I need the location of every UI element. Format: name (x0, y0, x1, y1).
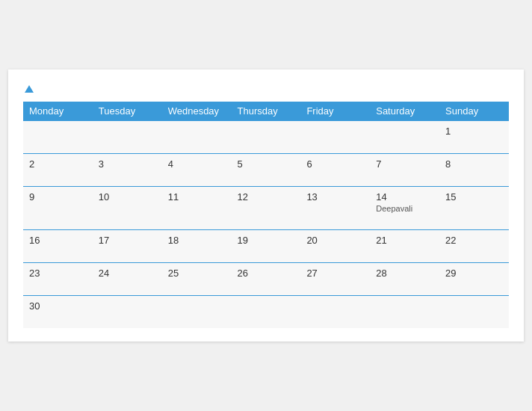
calendar-cell: 18 (162, 229, 232, 262)
day-number: 24 (99, 268, 109, 279)
calendar-cell: 2 (23, 153, 93, 186)
calendar-cell (300, 295, 370, 328)
day-number: 12 (238, 191, 248, 203)
calendar-cell: 10 (93, 186, 162, 229)
weekday-header-sunday: Sunday (439, 102, 509, 121)
calendar-cell: 14Deepavali (370, 186, 439, 229)
calendar-cell: 3 (93, 153, 162, 186)
calendar-cell: 25 (162, 262, 232, 295)
weekday-header-saturday: Saturday (370, 102, 439, 121)
calendar-cell: 5 (232, 153, 301, 186)
day-number: 1 (445, 126, 451, 137)
calendar-cell: 15 (439, 186, 509, 229)
calendar-cell (23, 120, 93, 153)
calendar-cell (232, 120, 301, 153)
calendar-cell: 23 (23, 262, 93, 295)
day-number: 27 (306, 268, 317, 279)
day-number: 11 (168, 191, 179, 203)
weekday-header-tuesday: Tuesday (93, 102, 162, 121)
day-number: 4 (168, 158, 173, 170)
calendar-cell (93, 295, 162, 328)
calendar-cell: 8 (439, 153, 509, 186)
day-number: 2 (29, 158, 34, 170)
day-number: 3 (99, 158, 104, 170)
calendar-cell: 21 (370, 229, 439, 262)
weekday-header-wednesday: Wednesday (162, 102, 232, 121)
calendar-cell (300, 120, 370, 153)
week-row-3: 91011121314Deepavali15 (23, 186, 509, 229)
day-number: 6 (306, 158, 312, 170)
calendar-cell: 6 (300, 153, 370, 186)
calendar-cell: 28 (370, 262, 439, 295)
day-number: 22 (445, 235, 456, 246)
weekday-header-friday: Friday (300, 102, 370, 121)
calendar-cell: 13 (300, 186, 370, 229)
logo (23, 83, 34, 93)
day-number: 30 (29, 300, 40, 312)
week-row-6: 30 (23, 295, 509, 328)
calendar-cell: 22 (439, 229, 509, 262)
calendar-cell: 12 (232, 186, 301, 229)
weekday-header-monday: Monday (23, 102, 93, 121)
calendar-cell (162, 120, 232, 153)
day-number: 26 (238, 268, 248, 279)
calendar-cell (370, 120, 439, 153)
week-row-4: 16171819202122 (23, 229, 509, 262)
calendar-cell: 16 (23, 229, 93, 262)
weekday-header-row: MondayTuesdayWednesdayThursdayFridaySatu… (23, 102, 509, 121)
event-label: Deepavali (376, 204, 433, 213)
day-number: 23 (29, 268, 40, 279)
calendar-cell (439, 295, 509, 328)
calendar-cell: 7 (370, 153, 439, 186)
calendar-cell: 19 (232, 229, 301, 262)
calendar-cell: 20 (300, 229, 370, 262)
day-number: 13 (306, 191, 317, 203)
day-number: 18 (168, 235, 179, 246)
day-number: 8 (445, 158, 451, 170)
calendar-cell: 24 (93, 262, 162, 295)
day-number: 10 (99, 191, 109, 203)
day-number: 17 (99, 235, 109, 246)
calendar-cell: 30 (23, 295, 93, 328)
day-number: 16 (29, 235, 40, 246)
calendar-cell: 26 (232, 262, 301, 295)
day-number: 20 (306, 235, 317, 246)
calendar-cell (93, 120, 162, 153)
calendar-header (23, 83, 509, 93)
calendar-cell (370, 295, 439, 328)
week-row-5: 23242526272829 (23, 262, 509, 295)
calendar-cell: 27 (300, 262, 370, 295)
day-number: 29 (445, 268, 456, 279)
day-number: 5 (238, 158, 243, 170)
day-number: 25 (168, 268, 179, 279)
day-number: 14 (376, 191, 386, 203)
day-number: 7 (376, 158, 381, 170)
calendar-table: MondayTuesdayWednesdayThursdayFridaySatu… (23, 102, 509, 328)
weekday-header-thursday: Thursday (232, 102, 301, 121)
day-number: 15 (445, 191, 456, 203)
day-number: 9 (29, 191, 34, 203)
calendar-cell: 4 (162, 153, 232, 186)
calendar-cell: 29 (439, 262, 509, 295)
week-row-2: 2345678 (23, 153, 509, 186)
calendar-cell: 9 (23, 186, 93, 229)
logo-general (23, 83, 34, 93)
calendar-cell: 11 (162, 186, 232, 229)
calendar-cell (162, 295, 232, 328)
calendar-cell: 17 (93, 229, 162, 262)
day-number: 19 (238, 235, 248, 246)
logo-triangle-icon (25, 85, 34, 93)
calendar-container: MondayTuesdayWednesdayThursdayFridaySatu… (8, 69, 524, 341)
calendar-cell (232, 295, 301, 328)
day-number: 28 (376, 268, 386, 279)
week-row-1: 1 (23, 120, 509, 153)
calendar-cell: 1 (439, 120, 509, 153)
day-number: 21 (376, 235, 386, 246)
